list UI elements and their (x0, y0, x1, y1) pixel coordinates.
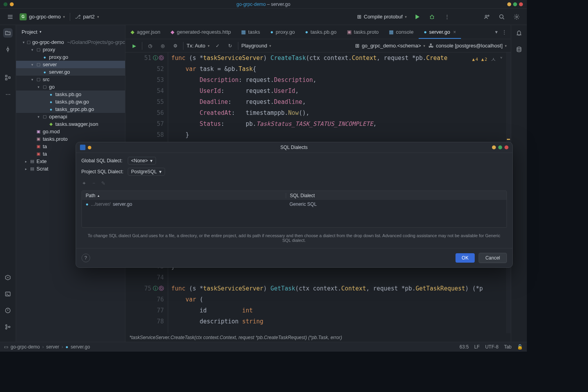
tree-node[interactable]: ●tasks.pb.go (16, 91, 125, 98)
tab-more-icon[interactable]: ⋮ (502, 29, 507, 35)
tab[interactable]: ▦console (384, 25, 419, 39)
window-title: go-grpc-demo – server.go (236, 2, 290, 7)
traffic-max[interactable] (513, 2, 517, 6)
problems-tool-icon[interactable] (3, 306, 13, 315)
tree-node[interactable]: ▾▢src (16, 76, 125, 83)
structure-tool-icon[interactable] (3, 73, 13, 82)
run-query-icon[interactable]: ▶ (129, 41, 139, 51)
notifications-icon[interactable] (514, 28, 524, 38)
caret-position[interactable]: 63:5 (459, 344, 468, 350)
main-toolbar: G go-grpc-demo▾ ⎇ part2▾ ⊞ Compile proto… (0, 9, 527, 25)
cancel-button[interactable]: Cancel (479, 253, 506, 263)
tree-node[interactable]: ●server.go (16, 68, 125, 76)
tab[interactable]: ▣tasks.proto (342, 25, 384, 39)
branch-icon: ⎇ (75, 14, 81, 20)
goland-icon (80, 145, 85, 150)
package-icon: ⊞ (357, 14, 361, 20)
help-icon[interactable]: ? (82, 254, 90, 262)
global-dialect-label: Global SQL Dialect: (82, 158, 124, 163)
tab[interactable]: ◆agger.json (125, 25, 165, 39)
editor-toolbar: ▶ ◷ ◎ ⚙ Tx: Auto ▾ ✓ ↻ Playground ▾ ⊞ go… (125, 39, 511, 53)
traffic-min[interactable] (507, 2, 511, 6)
hamburger-icon[interactable] (5, 12, 15, 22)
playground-selector[interactable]: Playground ▾ (241, 43, 272, 49)
run-config-selector[interactable]: ⊞ Compile protobuf▾ (357, 14, 407, 20)
history-icon[interactable]: ◷ (145, 41, 155, 51)
breadcrumb-signature: *taskServiceServer.CreateTask(ctx contex… (125, 333, 511, 342)
encoding[interactable]: UTF-8 (485, 344, 499, 350)
nav-breadcrumbs[interactable]: ▭go-grpc-demo› server› ● server.go (4, 344, 90, 350)
more-tools-icon[interactable]: ⋯ (3, 89, 13, 99)
tab[interactable]: ●tasks.pb.go (300, 25, 341, 39)
project-dialect-label: Project SQL Dialect: (82, 169, 124, 174)
sql-dialects-dialog: SQL Dialects Global SQL Dialect: <None>▾… (76, 142, 513, 268)
commit-icon[interactable]: ✓ (213, 41, 222, 51)
line-sep[interactable]: LF (474, 344, 480, 350)
tree-node[interactable]: ●tasks_grpc.pb.go (16, 105, 125, 113)
dialog-close[interactable] (505, 145, 508, 149)
tree-node[interactable]: ▾▢go (16, 83, 125, 91)
schema-selector[interactable]: ⊞ go_grpc_demo.<schema> ▾ (355, 43, 425, 49)
terminal-tool-icon[interactable] (3, 289, 13, 299)
tab[interactable]: ◆generated-requests.http (165, 25, 236, 39)
dialog-min[interactable] (492, 145, 496, 149)
svg-rect-7 (5, 78, 7, 80)
status-bar: ▭go-grpc-demo› server› ● server.go 63:5 … (0, 342, 527, 352)
branch-selector[interactable]: ⎇ part2▾ (75, 14, 99, 20)
project-sidebar-header[interactable]: Project▾ (16, 25, 125, 38)
tree-node[interactable]: ●tasks.pb.gw.go (16, 98, 125, 105)
close-tab-icon[interactable]: × (453, 29, 456, 35)
editor-tabs: ◆agger.json◆generated-requests.http▦task… (125, 25, 511, 39)
col-dialect[interactable]: SQL Dialect (286, 193, 506, 198)
dialect-table: Path ▴ SQL Dialect ● .../server/server.g… (82, 191, 507, 228)
tx-mode-selector[interactable]: Tx: Auto ▾ (187, 43, 210, 49)
svg-point-5 (7, 49, 9, 51)
collab-icon[interactable] (482, 12, 492, 22)
indent[interactable]: Tab (504, 344, 512, 350)
tab[interactable]: ●proxy.go (265, 25, 300, 39)
right-tool-rail (511, 25, 527, 342)
goland-logo-dot (4, 2, 7, 6)
readonly-lock-icon[interactable]: 🔓 (517, 344, 523, 350)
settings-small-icon[interactable]: ⚙ (171, 41, 180, 51)
tab[interactable]: ●server.go× (419, 25, 461, 39)
tree-node[interactable]: ▾▢proxy (16, 46, 125, 53)
explain-icon[interactable]: ◎ (158, 41, 167, 51)
svg-point-15 (517, 47, 521, 49)
add-path-icon[interactable]: ＋ (82, 180, 87, 187)
svg-point-12 (5, 325, 7, 326)
run-icon[interactable] (412, 12, 422, 22)
traffic-close[interactable] (519, 2, 523, 6)
vcs-tool-icon[interactable] (3, 322, 13, 332)
tree-node[interactable]: ▣go.mod (16, 128, 125, 135)
inspection-widget[interactable]: ▲4 ▲2 ㅅ ˅ (472, 54, 503, 65)
console-selector[interactable]: 🖧 console [postgres@localhost] ▾ (428, 43, 507, 49)
search-icon[interactable] (497, 12, 506, 22)
col-path[interactable]: Path ▴ (82, 193, 286, 198)
tree-node[interactable]: ◆tasks.swagger.json (16, 120, 125, 128)
dialog-max[interactable] (498, 145, 502, 149)
svg-point-0 (430, 16, 434, 19)
commit-tool-icon[interactable] (3, 45, 13, 54)
more-icon[interactable]: ⋮ (442, 12, 452, 22)
tree-node[interactable]: ▾▢go-grpc-demo~/GolandProjects/go-grpc (16, 38, 125, 46)
svg-point-1 (485, 15, 487, 17)
tree-node[interactable]: ●proxy.go (16, 53, 125, 61)
svg-point-4 (516, 16, 517, 17)
services-tool-icon[interactable] (3, 273, 13, 282)
debug-icon[interactable] (427, 12, 437, 22)
tab-dropdown-icon[interactable]: ▾ (495, 29, 498, 35)
project-dialect-select[interactable]: PostgreSQL▾ (128, 168, 165, 176)
rollback-icon[interactable]: ↻ (225, 41, 235, 51)
database-tool-icon[interactable] (514, 45, 524, 54)
tree-node[interactable]: ▾▢openapi (16, 113, 125, 120)
gear-icon[interactable] (512, 12, 521, 22)
tree-node[interactable]: ▾▢server (16, 61, 125, 68)
project-selector[interactable]: G go-grpc-demo▾ (20, 13, 65, 20)
ok-button[interactable]: OK (456, 253, 475, 263)
project-tool-icon[interactable] (3, 28, 13, 38)
table-row[interactable]: ● .../server/server.go Generic SQL (82, 200, 506, 209)
tab[interactable]: ▦tasks (236, 25, 265, 39)
remove-path-icon: － (91, 180, 96, 187)
global-dialect-select[interactable]: <None>▾ (128, 157, 156, 165)
